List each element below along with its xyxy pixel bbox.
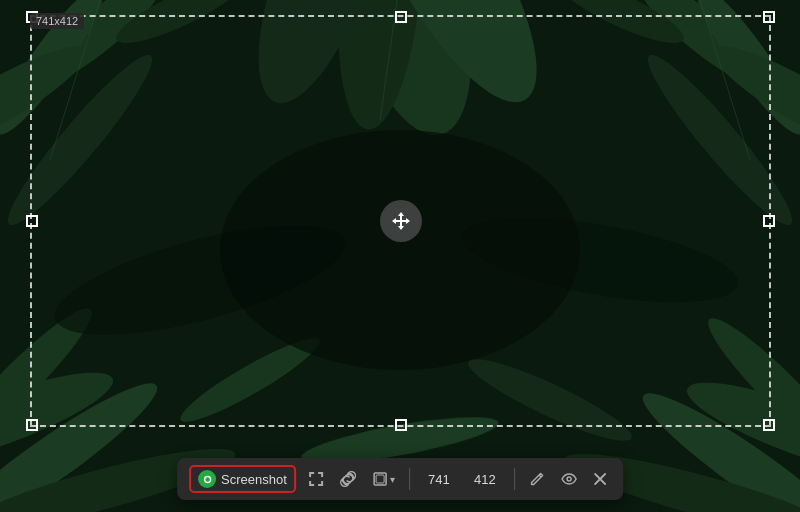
width-input[interactable]: 741 (420, 469, 458, 490)
toolbar-divider-2 (514, 468, 515, 490)
close-button[interactable] (589, 470, 611, 488)
resize-button[interactable] (304, 469, 328, 489)
screenshot-icon (198, 470, 216, 488)
svg-rect-36 (376, 475, 384, 483)
screenshot-button[interactable]: Screenshot (189, 465, 296, 493)
link-button[interactable] (336, 469, 360, 489)
height-input[interactable]: 412 (466, 469, 504, 490)
visibility-button[interactable] (557, 469, 581, 489)
svg-point-34 (205, 477, 210, 482)
layers-dropdown[interactable]: ▾ (368, 469, 399, 489)
svg-point-37 (567, 477, 571, 481)
dropdown-arrow-icon: ▾ (390, 474, 395, 485)
svg-point-28 (220, 130, 580, 370)
toolbar-divider-1 (409, 468, 410, 490)
edit-button[interactable] (525, 469, 549, 489)
dimension-label: 741x412 (30, 13, 84, 29)
toolbar: Screenshot ▾ 741 412 (177, 458, 623, 500)
screenshot-label: Screenshot (221, 472, 287, 487)
background-image (0, 0, 800, 512)
